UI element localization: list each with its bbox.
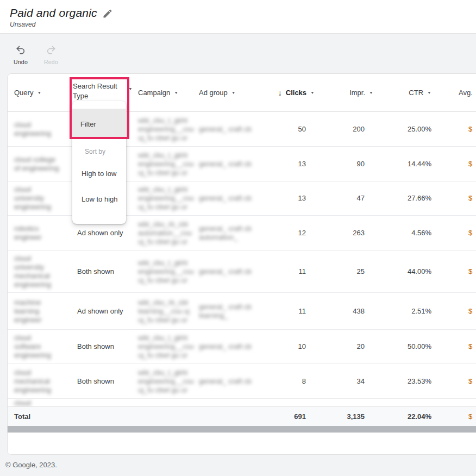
ctr-cell: 14.44% <box>373 160 439 168</box>
undo-button[interactable]: Undo <box>8 42 34 67</box>
menu-item-low-to-high[interactable]: Low to high <box>72 195 126 204</box>
clicks-cell: 50 <box>256 125 315 134</box>
avg-cell: $ <box>439 267 476 276</box>
impr-cell: 34 <box>315 377 373 386</box>
query-cell: roboticsengineer <box>8 224 73 242</box>
clicks-cell: 12 <box>256 229 315 237</box>
column-header-impr[interactable]: Impr. ▼ <box>315 89 373 97</box>
chevron-down-icon: ▼ <box>231 91 236 95</box>
impr-cell: 25 <box>315 267 373 276</box>
impr-cell: 20 <box>315 342 373 351</box>
unsaved-status: Unsaved <box>10 21 35 28</box>
menu-sort-by-label: Sort by <box>72 148 126 155</box>
ctr-cell: 44.00% <box>373 267 439 276</box>
column-options-menu: Filter Sort by High to low Low to high <box>72 101 126 224</box>
page-title: Paid and organic <box>10 7 97 20</box>
clicks-cell: 8 <box>256 377 315 386</box>
column-header-ad-group[interactable]: Ad group ▼ <box>195 89 256 97</box>
ad-group-cell: general_ craft cb <box>195 267 256 276</box>
table-row-partial: cloud <box>8 398 476 406</box>
query-cell: cloudmechanicalengineering <box>8 368 73 394</box>
horizontal-scrollbar[interactable] <box>8 426 476 433</box>
clicks-cell: 13 <box>256 160 315 168</box>
avg-cell: $ <box>439 307 476 316</box>
chevron-down-icon: ▼ <box>369 91 373 95</box>
menu-item-filter[interactable]: Filter <box>72 109 126 139</box>
query-cell: clouduniversityengineering <box>8 185 73 211</box>
redo-icon <box>46 45 57 58</box>
column-header-ctr[interactable]: CTR ▼ <box>373 89 439 97</box>
impr-cell: 263 <box>315 229 373 237</box>
query-cell: clouduniversitymechanicalengineering <box>8 254 73 289</box>
query-cell: cloud <box>8 399 73 406</box>
campaign-cell: wbt_cbu_t_gkhtengineering__csuuj_fu cbwl… <box>134 116 195 142</box>
result-type-cell: Both shown <box>73 342 134 351</box>
redo-label: Redo <box>44 59 58 65</box>
undo-icon <box>15 45 26 58</box>
chevron-down-icon: ▼ <box>37 91 41 95</box>
ad-group-cell: general_ craft cb <box>195 377 256 386</box>
ctr-cell: 23.53% <box>373 377 439 386</box>
campaign-cell: wbt_cbu_t_gkhtengineering__csuuj_fu cbwl… <box>134 334 195 360</box>
ad-group-cell: general_ craft cblearning_ <box>195 303 256 320</box>
toolbar: Undo Redo <box>8 42 64 67</box>
ad-group-cell: general_ craft cb <box>195 194 256 203</box>
avg-cell: $ <box>439 125 476 134</box>
ad-group-cell: general_ craft cb <box>195 125 256 134</box>
chevron-down-icon: ▼ <box>427 91 431 95</box>
campaign-cell: wbt_cbu_t_gkhtengineering__csuuj_fu cbwl… <box>134 259 195 285</box>
ctr-cell: 50.00% <box>373 342 439 351</box>
column-header-clicks[interactable]: ↓ Clicks ▼ <box>256 89 315 97</box>
clicks-cell: 13 <box>256 194 315 203</box>
ad-group-cell: general_ craft cb <box>195 160 256 168</box>
footer-copyright: © Google, 2023. <box>5 461 57 469</box>
sort-descending-icon: ↓ <box>278 89 282 97</box>
total-ctr: 22.04% <box>373 412 439 421</box>
ctr-cell: 2.51% <box>373 307 439 316</box>
table-row: clouduniversitymechanicalengineeringBoth… <box>8 250 476 292</box>
ad-group-cell: general_ craft cb <box>195 342 256 351</box>
ad-group-cell: general_ craft cbautomation_ <box>195 224 256 242</box>
column-header-avg[interactable]: Avg. <box>439 89 476 97</box>
result-type-cell: Ad shown only <box>73 229 134 237</box>
ctr-cell: 27.66% <box>373 194 439 203</box>
result-type-cell: Both shown <box>73 377 134 386</box>
total-impr: 3,135 <box>315 412 373 421</box>
chevron-down-icon: ▼ <box>174 91 178 95</box>
impr-cell: 47 <box>315 194 373 203</box>
clicks-cell: 11 <box>256 267 315 276</box>
campaign-cell: wbt_cbu_rb_cbtlearning__csu ujuj_fu cbwl… <box>134 298 195 324</box>
column-header-search-result-type[interactable]: Search Result Type ▼ <box>73 82 125 101</box>
clicks-cell: 10 <box>256 342 315 351</box>
result-type-cell: Both shown <box>73 267 134 276</box>
impr-cell: 200 <box>315 125 373 134</box>
avg-cell: $ <box>439 160 476 168</box>
total-row: Total 691 3,135 22.04% $ <box>8 406 476 426</box>
title-bar: Paid and organic Unsaved <box>0 0 476 34</box>
undo-label: Undo <box>14 59 28 65</box>
card-bottom-space <box>8 433 476 454</box>
total-clicks: 691 <box>256 412 315 421</box>
campaign-cell: wbt_cbu_rb_cbtautomation__csuuj_fu cbwl … <box>134 220 195 246</box>
query-cell: cloud collegeof engineering <box>8 155 73 173</box>
avg-cell: $ <box>439 194 476 203</box>
query-cell: machinelearningengineer <box>8 298 73 324</box>
menu-item-high-to-low[interactable]: High to low <box>72 170 126 178</box>
campaign-cell: wbt_cbu_t_gkhtengineering__csuuj_fu cbwl… <box>134 151 195 177</box>
impr-cell: 438 <box>315 307 373 316</box>
table-row: cloudmechanicalengineeringBoth shownwbt_… <box>8 364 476 398</box>
column-header-query[interactable]: Query ▼ <box>8 89 73 97</box>
column-header-campaign[interactable]: Campaign ▼ <box>134 89 195 97</box>
redo-button[interactable]: Redo <box>38 42 64 67</box>
query-cell: cloudengineering <box>8 121 73 138</box>
ctr-cell: 25.00% <box>373 125 439 134</box>
scrollbar-thumb[interactable] <box>8 426 476 433</box>
chevron-down-icon: ▼ <box>310 91 315 95</box>
query-cell: cloudsoftwareengineering <box>8 334 73 360</box>
total-label: Total <box>8 412 73 421</box>
chevron-down-icon: ▼ <box>128 85 133 93</box>
total-avg: $ <box>439 412 476 421</box>
ctr-cell: 4.56% <box>373 229 439 237</box>
result-type-cell: Ad shown only <box>73 307 134 316</box>
edit-pencil-icon[interactable] <box>102 8 113 19</box>
